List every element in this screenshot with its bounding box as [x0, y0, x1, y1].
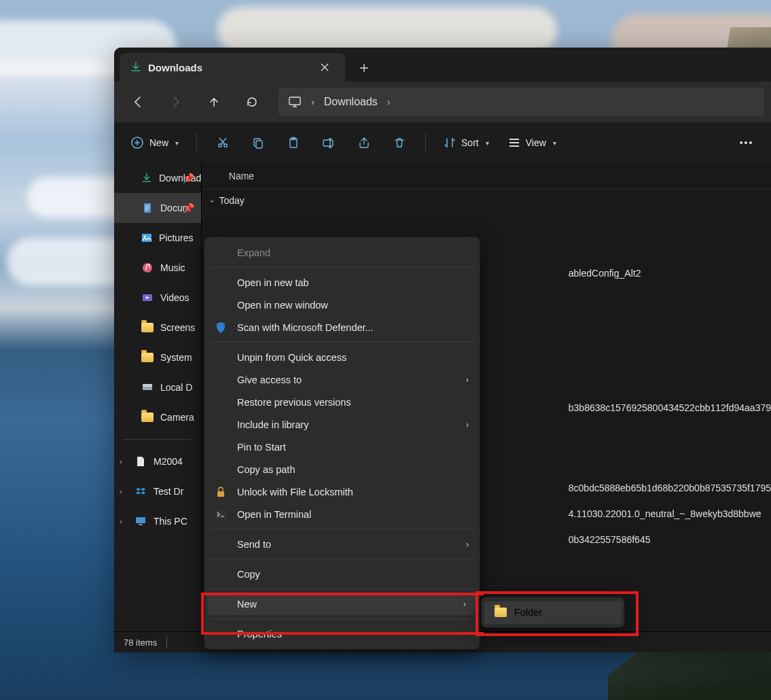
- copy-icon: [252, 137, 264, 149]
- sidebar-item-pictures[interactable]: Pictures: [114, 223, 201, 253]
- chevron-down-icon: ▾: [486, 139, 489, 147]
- folder-icon: [141, 321, 154, 334]
- address-bar[interactable]: › Downloads ›: [279, 88, 764, 116]
- more-button[interactable]: •••: [730, 129, 763, 156]
- menu-copy[interactable]: Copy: [204, 563, 480, 585]
- menu-restore-versions[interactable]: Restore previous versions: [204, 391, 480, 413]
- tab-bar: Downloads: [114, 48, 771, 82]
- menu-unpin-quick-access[interactable]: Unpin from Quick access: [204, 346, 480, 368]
- download-icon: [141, 172, 152, 184]
- svg-rect-5: [256, 141, 262, 148]
- svg-rect-18: [217, 491, 224, 497]
- plus-circle-icon: [130, 136, 144, 150]
- sidebar-item-music[interactable]: Music: [114, 253, 201, 283]
- sort-button[interactable]: Sort ▾: [435, 129, 497, 156]
- sidebar-label: Downloads: [159, 173, 202, 183]
- sidebar-item-dropbox[interactable]: › Test Dr: [114, 476, 201, 506]
- sidebar-label: Videos: [160, 292, 190, 303]
- trash-icon: [393, 137, 406, 149]
- scissors-icon: [217, 137, 229, 149]
- sidebar-label: This PC: [154, 516, 187, 527]
- share-icon: [358, 137, 370, 149]
- sidebar-label: Test Dr: [154, 486, 183, 497]
- chevron-right-icon: ›: [463, 599, 466, 609]
- paste-button[interactable]: [277, 129, 310, 156]
- svg-rect-10: [142, 234, 151, 242]
- share-button[interactable]: [348, 129, 380, 156]
- menu-properties[interactable]: Properties: [204, 623, 480, 645]
- menu-scan-defender[interactable]: Scan with Microsoft Defender...: [204, 316, 480, 338]
- sidebar-item-camera-roll[interactable]: Camera: [114, 402, 201, 432]
- menu-copy-path[interactable]: Copy as path: [204, 458, 480, 480]
- sidebar-item-downloads[interactable]: Downloads 📌: [114, 163, 201, 193]
- sidebar-label: Screens: [160, 322, 195, 333]
- lock-icon: [214, 487, 228, 497]
- svg-rect-19: [215, 510, 226, 519]
- submenu-folder[interactable]: Folder: [484, 601, 622, 624]
- svg-point-12: [143, 263, 152, 273]
- sidebar-item-local-disk[interactable]: Local D: [114, 372, 201, 402]
- delete-button[interactable]: [383, 129, 416, 156]
- chevron-right-icon[interactable]: ›: [120, 457, 122, 466]
- chevron-down-icon: ▾: [175, 139, 179, 147]
- forward-button[interactable]: [159, 87, 193, 117]
- chevron-right-icon: ›: [466, 375, 469, 385]
- clipboard-icon: [287, 137, 300, 149]
- new-button[interactable]: New ▾: [122, 129, 187, 156]
- menu-file-locksmith[interactable]: Unlock with File Locksmith: [204, 480, 480, 503]
- sidebar-item-documents[interactable]: Docum 📌: [114, 193, 201, 223]
- menu-open-new-window[interactable]: Open in new window: [204, 294, 480, 316]
- column-header-name[interactable]: Name: [202, 163, 771, 190]
- monitor-icon: [135, 515, 147, 527]
- download-icon: [130, 62, 141, 73]
- menu-include-library[interactable]: Include in library›: [204, 413, 480, 436]
- sidebar-item-videos[interactable]: Videos: [114, 283, 201, 313]
- cut-button[interactable]: [207, 129, 239, 156]
- svg-rect-8: [323, 140, 333, 146]
- folder-icon: [141, 351, 154, 364]
- folder-icon: [494, 608, 507, 617]
- menu-send-to[interactable]: Send to›: [204, 533, 480, 555]
- sidebar-label: Music: [160, 262, 185, 273]
- tab-downloads[interactable]: Downloads: [120, 53, 345, 82]
- breadcrumb-current[interactable]: Downloads: [324, 96, 378, 108]
- tab-title: Downloads: [148, 62, 202, 73]
- sidebar-label: Local D: [160, 382, 192, 393]
- pin-icon: 📌: [183, 173, 194, 183]
- chevron-right-icon[interactable]: ›: [387, 97, 391, 107]
- rename-button[interactable]: [312, 129, 345, 156]
- menu-pin-start[interactable]: Pin to Start: [204, 436, 480, 458]
- sidebar-item-system32[interactable]: System: [114, 343, 201, 372]
- sidebar-item-screenshots[interactable]: Screens: [114, 313, 201, 343]
- drive-icon: [141, 381, 154, 393]
- sidebar-item-m2004[interactable]: › M2004: [114, 447, 201, 476]
- chevron-right-icon[interactable]: ›: [120, 487, 122, 495]
- chevron-right-icon[interactable]: ›: [120, 517, 122, 525]
- videos-icon: [141, 292, 154, 304]
- document-icon: [141, 202, 154, 214]
- menu-give-access[interactable]: Give access to›: [204, 368, 480, 391]
- new-tab-button[interactable]: [351, 54, 378, 82]
- music-icon: [141, 262, 154, 274]
- monitor-icon: [288, 95, 302, 109]
- svg-rect-0: [289, 97, 300, 105]
- refresh-button[interactable]: [235, 87, 269, 117]
- close-tab-button[interactable]: [315, 58, 334, 77]
- menu-new[interactable]: New›: [207, 593, 477, 615]
- file-icon: [135, 455, 147, 468]
- navigation-pane: Downloads 📌 Docum 📌 Pictures Music Video…: [114, 163, 202, 632]
- group-today[interactable]: ›Today: [202, 190, 771, 206]
- svg-point-11: [144, 236, 146, 238]
- up-button[interactable]: [197, 87, 231, 117]
- back-button[interactable]: [121, 87, 155, 117]
- view-button[interactable]: View ▾: [500, 129, 564, 156]
- command-bar: New ▾ Sort ▾: [114, 122, 771, 164]
- menu-open-terminal[interactable]: Open in Terminal: [204, 503, 480, 525]
- rename-icon: [322, 137, 336, 149]
- copy-button[interactable]: [242, 129, 274, 156]
- chevron-right-icon: ›: [466, 420, 469, 430]
- sidebar-item-this-pc[interactable]: › This PC: [114, 506, 201, 536]
- pictures-icon: [141, 232, 152, 244]
- submenu-new: Folder: [481, 597, 625, 628]
- menu-open-new-tab[interactable]: Open in new tab: [204, 271, 480, 294]
